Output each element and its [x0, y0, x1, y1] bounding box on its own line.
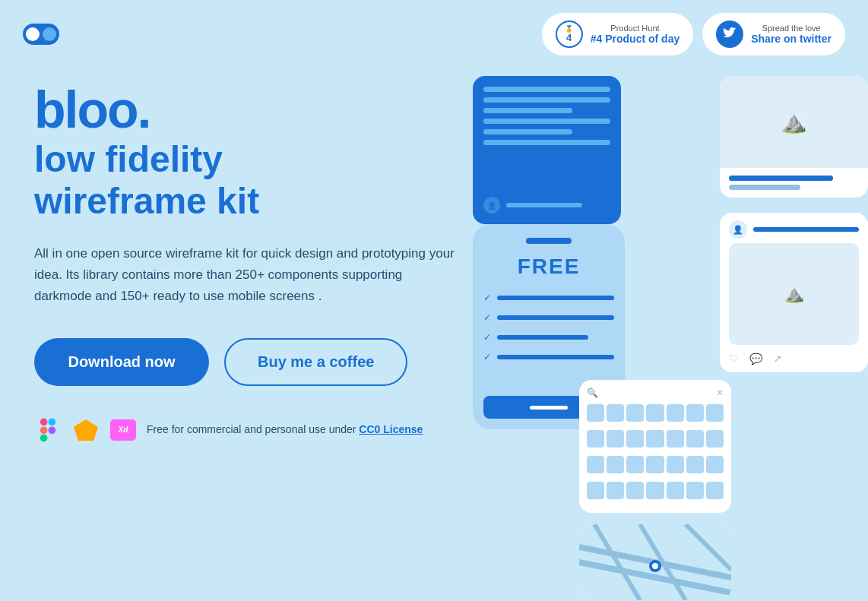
wireframe-map-card — [579, 524, 731, 600]
product-hunt-text: Product Hunt #4 Product of day — [591, 24, 680, 45]
wf-cal-cell — [607, 456, 624, 473]
wf-list-item-1: ✓ — [483, 293, 614, 303]
svg-line-9 — [594, 524, 640, 600]
coffee-button[interactable]: Buy me a coffee — [224, 338, 407, 386]
wf-cal-cell — [646, 456, 664, 473]
wf-blue-name-line — [506, 203, 582, 207]
wireframe-calendar-card: 🔍 ✕ — [579, 380, 731, 513]
logo-icon — [23, 24, 59, 45]
sketch-icon — [72, 416, 100, 444]
twitter-icon — [716, 21, 743, 48]
svg-rect-2 — [40, 426, 48, 434]
wf-free-label: FREE — [518, 255, 581, 279]
cc0-license-link[interactable]: CC0 License — [359, 423, 423, 435]
wf-cal-cell — [587, 404, 604, 422]
wf-cal-cell — [607, 430, 624, 448]
svg-rect-0 — [40, 418, 48, 425]
wf-cta-line — [530, 406, 568, 410]
wf-blue-line-2 — [483, 97, 610, 103]
wf-cal-cell — [686, 482, 704, 499]
cta-buttons: Download now Buy me a coffee — [34, 338, 475, 386]
twitter-text: Spread the love Share on twitter — [751, 24, 832, 45]
header-right: 🏅 4 Product Hunt #4 Product of day Sprea… — [542, 13, 845, 55]
wf-cal-cell — [667, 430, 684, 448]
wf-cal-cell — [626, 404, 644, 422]
twitter-button[interactable]: Spread the love Share on twitter — [702, 13, 845, 55]
wf-list-item-4: ✓ — [483, 352, 614, 362]
svg-point-13 — [652, 563, 658, 569]
wf-item-line-3 — [497, 335, 588, 340]
wf-content-image: ⛰️ — [729, 243, 859, 345]
twitter-label: Spread the love — [751, 24, 832, 33]
wf-item-line-4 — [497, 355, 614, 359]
wf-image-icon: ⛰️ — [781, 109, 807, 134]
wf-content-icon: ⛰️ — [784, 284, 804, 304]
wf-actions-row: ♡ 💬 ↗ — [729, 350, 859, 365]
svg-rect-3 — [40, 434, 48, 441]
wf-image-lines — [720, 168, 868, 198]
wireframe-image-card: ⛰️ — [720, 76, 868, 198]
tools-license-text: Free for commercial and personal use und… — [147, 422, 423, 438]
twitter-share: Share on twitter — [751, 33, 832, 45]
wireframe-social-card: 👤 ⛰️ ♡ 💬 ↗ — [720, 213, 868, 372]
wf-check-2: ✓ — [483, 312, 491, 323]
wf-image-placeholder: ⛰️ — [720, 76, 868, 168]
wf-blue-line-4 — [483, 119, 610, 124]
wf-cal-cell — [607, 482, 624, 499]
wf-cal-cell — [667, 404, 684, 422]
product-hunt-label: Product Hunt — [591, 24, 680, 33]
svg-rect-1 — [49, 418, 56, 425]
wf-profile-row: 👤 — [729, 220, 859, 239]
wf-blue-profile: 👤 — [483, 197, 610, 214]
wf-cal-cell — [646, 404, 664, 422]
wf-map-background — [579, 524, 731, 600]
hero-subtitle: low fidelity wireframe kit — [34, 138, 475, 222]
wf-cal-cell — [686, 404, 704, 422]
product-hunt-number: 4 — [566, 33, 572, 43]
figma-icon — [34, 416, 62, 444]
wf-cal-cell — [706, 430, 724, 448]
wf-cal-cell — [587, 430, 604, 448]
wf-share-icon: ↗ — [773, 353, 782, 365]
wf-close-icon: ✕ — [716, 387, 724, 398]
wf-item-line-2 — [497, 315, 614, 320]
wf-check-4: ✓ — [483, 352, 491, 362]
wf-comment-icon: 💬 — [749, 353, 762, 365]
product-hunt-button[interactable]: 🏅 4 Product Hunt #4 Product of day — [542, 13, 693, 55]
wf-list-item-2: ✓ — [483, 312, 614, 323]
svg-point-4 — [49, 426, 56, 434]
download-button[interactable]: Download now — [34, 338, 209, 386]
wf-blue-line-6 — [483, 140, 610, 145]
wf-check-1: ✓ — [483, 293, 491, 303]
wf-list-item-3: ✓ — [483, 332, 614, 343]
wf-cal-cell — [646, 482, 664, 499]
wf-cal-cell — [626, 430, 644, 448]
wf-line-primary — [729, 176, 833, 181]
wf-cal-cell — [587, 456, 604, 473]
wf-calendar-header: 🔍 ✕ — [587, 387, 724, 398]
wf-search-icon: 🔍 — [587, 387, 598, 398]
tools-row: Xd Free for commercial and personal use … — [34, 416, 475, 444]
logo-area — [23, 24, 59, 45]
wf-heart-icon: ♡ — [729, 353, 739, 365]
wf-blue-line-5 — [483, 129, 572, 134]
wf-cal-cell — [587, 482, 604, 499]
wf-check-3: ✓ — [483, 332, 491, 343]
wireframe-blue-card: 👤 — [473, 76, 621, 224]
content-left: bloo. low fidelity wireframe kit All in … — [34, 84, 475, 444]
wf-cal-cell — [646, 430, 664, 448]
xd-icon: Xd — [110, 419, 136, 441]
wf-cal-cell — [667, 482, 684, 499]
product-hunt-rank: #4 Product of day — [591, 33, 680, 45]
brand-title: bloo. — [34, 84, 475, 135]
wf-profile-line — [753, 227, 859, 232]
wf-calendar-grid — [587, 404, 724, 505]
product-hunt-badge: 🏅 4 — [556, 21, 583, 48]
wf-main-bar — [526, 238, 572, 244]
wireframes-area: ⛰️ 👤 ⛰️ ♡ 💬 ↗ 👤 — [473, 76, 868, 593]
wf-blue-line-3 — [483, 108, 572, 113]
svg-line-11 — [686, 524, 731, 570]
wf-cal-cell — [607, 404, 624, 422]
wf-cal-cell — [686, 456, 704, 473]
wf-cal-cell — [706, 482, 724, 499]
